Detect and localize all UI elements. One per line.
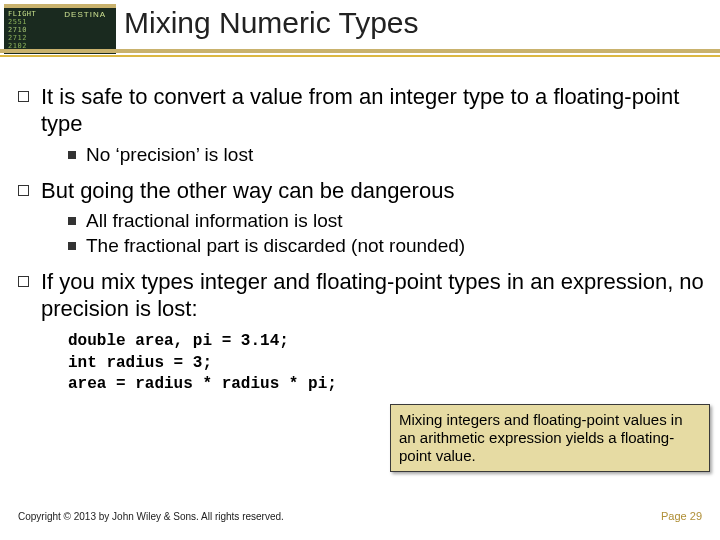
bullet-3: If you mix types integer and floating-po… [18, 269, 704, 323]
square-bullet-icon [18, 276, 29, 287]
callout-box: Mixing integers and floating-point value… [390, 404, 710, 472]
code-block: double area, pi = 3.14; int radius = 3; … [68, 331, 388, 396]
bullet-2-text: But going the other way can be dangerous [41, 178, 454, 205]
square-bullet-icon [18, 91, 29, 102]
bullet-1-text: It is safe to convert a value from an in… [41, 84, 704, 138]
decorative-photo: FLIGHT 2551 2710 2712 2102 DESTINA [4, 4, 116, 54]
bullet-3-text: If you mix types integer and floating-po… [41, 269, 704, 323]
photo-text: FLIGHT [8, 10, 36, 18]
photo-text: 2712 [8, 34, 27, 42]
bullet-1: It is safe to convert a value from an in… [18, 84, 704, 138]
footer: Copyright © 2013 by John Wiley & Sons. A… [18, 510, 702, 522]
sub-bullet: No ‘precision’ is lost [68, 144, 704, 166]
photo-text: 2551 [8, 18, 27, 26]
photo-text: 2710 [8, 26, 27, 34]
square-bullet-solid-icon [68, 217, 76, 225]
content: It is safe to convert a value from an in… [18, 84, 704, 396]
sub-bullet-text: All fractional information is lost [86, 210, 343, 232]
page-number: Page 29 [661, 510, 702, 522]
sub-bullet-text: The fractional part is discarded (not ro… [86, 235, 465, 257]
square-bullet-icon [18, 185, 29, 196]
title-underline [0, 49, 720, 57]
sub-bullet: The fractional part is discarded (not ro… [68, 235, 704, 257]
bullet-2: But going the other way can be dangerous [18, 178, 704, 205]
square-bullet-solid-icon [68, 151, 76, 159]
square-bullet-solid-icon [68, 242, 76, 250]
sub-bullet: All fractional information is lost [68, 210, 704, 232]
title-bar: FLIGHT 2551 2710 2712 2102 DESTINA Mixin… [0, 4, 720, 64]
page-title: Mixing Numeric Types [124, 6, 419, 40]
sub-bullet-text: No ‘precision’ is lost [86, 144, 253, 166]
copyright-text: Copyright © 2013 by John Wiley & Sons. A… [18, 511, 284, 522]
photo-text: DESTINA [64, 10, 106, 19]
